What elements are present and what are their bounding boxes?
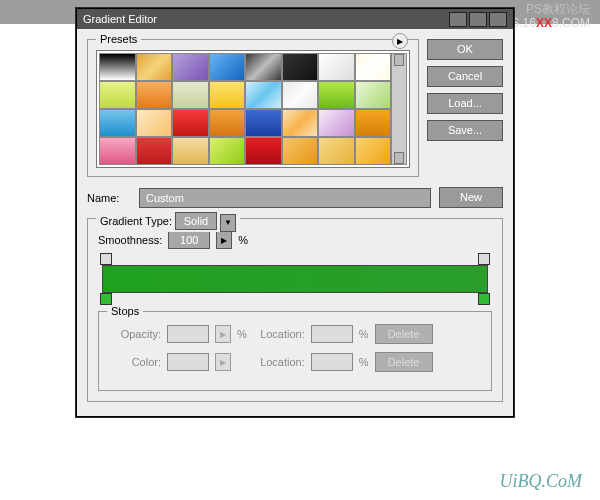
action-buttons: OK Cancel Load... Save... bbox=[427, 39, 503, 177]
color-label: Color: bbox=[109, 356, 161, 368]
chevron-down-icon[interactable]: ▼ bbox=[220, 214, 236, 232]
stops-label: Stops bbox=[107, 305, 143, 317]
presets-grid bbox=[99, 53, 391, 165]
watermark-cn: PS教程论坛 bbox=[526, 2, 590, 16]
name-input[interactable]: Custom bbox=[139, 188, 431, 208]
preset-swatch[interactable] bbox=[355, 109, 392, 137]
location-pct-2: % bbox=[359, 356, 369, 368]
preset-swatch[interactable] bbox=[209, 109, 246, 137]
location-label-2: Location: bbox=[253, 356, 305, 368]
opacity-stop-left[interactable] bbox=[100, 253, 112, 265]
gradient-bar[interactable] bbox=[102, 265, 488, 293]
titlebar-buttons bbox=[449, 12, 507, 27]
maximize-button[interactable] bbox=[469, 12, 487, 27]
opacity-stop-row: Opacity: ▶ % Location: % Delete bbox=[109, 324, 481, 344]
color-stop-row: Color: ▶ % Location: % Delete bbox=[109, 352, 481, 372]
preset-swatch[interactable] bbox=[318, 137, 355, 165]
location-pct-1: % bbox=[359, 328, 369, 340]
presets-menu-icon[interactable]: ▶ bbox=[392, 33, 408, 49]
smoothness-label: Smoothness: bbox=[98, 234, 162, 246]
preset-swatch[interactable] bbox=[99, 81, 136, 109]
preset-swatch[interactable] bbox=[136, 137, 173, 165]
smoothness-row: Smoothness: 100 ▶ % bbox=[98, 231, 492, 249]
gtype-row: Gradient Type: Solid ▼ bbox=[96, 212, 240, 232]
opacity-input[interactable] bbox=[167, 325, 209, 343]
color-stop-right[interactable] bbox=[478, 293, 490, 305]
new-button[interactable]: New bbox=[439, 187, 503, 208]
color-swatch[interactable] bbox=[167, 353, 209, 371]
preset-swatch[interactable] bbox=[99, 109, 136, 137]
swatch-container bbox=[96, 50, 410, 168]
titlebar[interactable]: Gradient Editor bbox=[77, 9, 513, 29]
preset-swatch[interactable] bbox=[245, 53, 282, 81]
preset-swatch[interactable] bbox=[209, 53, 246, 81]
preset-swatch[interactable] bbox=[136, 81, 173, 109]
presets-label: Presets bbox=[96, 33, 141, 45]
pct-label: % bbox=[238, 234, 248, 246]
preset-swatch[interactable] bbox=[172, 53, 209, 81]
preset-swatch[interactable] bbox=[318, 109, 355, 137]
delete-color-button: Delete bbox=[375, 352, 433, 372]
preset-swatch[interactable] bbox=[172, 109, 209, 137]
load-button[interactable]: Load... bbox=[427, 93, 503, 114]
color-arrow-icon: ▶ bbox=[215, 353, 231, 371]
opacity-stop-right[interactable] bbox=[478, 253, 490, 265]
color-location-input[interactable] bbox=[311, 353, 353, 371]
save-button[interactable]: Save... bbox=[427, 120, 503, 141]
preset-swatch[interactable] bbox=[99, 137, 136, 165]
preset-swatch[interactable] bbox=[136, 109, 173, 137]
opacity-arrow-icon: ▶ bbox=[215, 325, 231, 343]
name-label: Name: bbox=[87, 192, 131, 204]
presets-scrollbar[interactable] bbox=[391, 53, 407, 165]
minimize-button[interactable] bbox=[449, 12, 467, 27]
preset-swatch[interactable] bbox=[245, 109, 282, 137]
close-button[interactable] bbox=[489, 12, 507, 27]
preset-swatch[interactable] bbox=[99, 53, 136, 81]
dialog-title: Gradient Editor bbox=[83, 9, 157, 29]
gradient-editor-dialog: Gradient Editor Presets ▶ OK Cancel Load… bbox=[76, 8, 514, 417]
opacity-pct: % bbox=[237, 328, 247, 340]
preset-swatch[interactable] bbox=[245, 137, 282, 165]
gtype-label: Gradient Type: bbox=[100, 215, 172, 227]
ok-button[interactable]: OK bbox=[427, 39, 503, 60]
preset-swatch[interactable] bbox=[282, 137, 319, 165]
preset-swatch[interactable] bbox=[209, 137, 246, 165]
gradient-type-group: Gradient Type: Solid ▼ Smoothness: 100 ▶… bbox=[87, 218, 503, 402]
delete-opacity-button: Delete bbox=[375, 324, 433, 344]
preset-swatch[interactable] bbox=[282, 53, 319, 81]
opacity-label: Opacity: bbox=[109, 328, 161, 340]
preset-swatch[interactable] bbox=[318, 81, 355, 109]
preset-swatch[interactable] bbox=[318, 53, 355, 81]
preset-swatch[interactable] bbox=[209, 81, 246, 109]
gtype-select[interactable]: Solid bbox=[175, 212, 217, 230]
opacity-location-input[interactable] bbox=[311, 325, 353, 343]
preset-swatch[interactable] bbox=[282, 81, 319, 109]
preset-swatch[interactable] bbox=[282, 109, 319, 137]
preset-swatch[interactable] bbox=[355, 53, 392, 81]
color-stop-left[interactable] bbox=[100, 293, 112, 305]
preset-swatch[interactable] bbox=[355, 81, 392, 109]
preset-swatch[interactable] bbox=[172, 137, 209, 165]
gradient-preview[interactable] bbox=[102, 265, 488, 293]
name-row: Name: Custom New bbox=[87, 187, 503, 208]
location-label-1: Location: bbox=[253, 328, 305, 340]
smoothness-input[interactable]: 100 bbox=[168, 231, 210, 249]
preset-swatch[interactable] bbox=[136, 53, 173, 81]
stops-group: Stops Opacity: ▶ % Location: % Delete Co… bbox=[98, 311, 492, 391]
preset-swatch[interactable] bbox=[355, 137, 392, 165]
preset-swatch[interactable] bbox=[172, 81, 209, 109]
presets-group: Presets ▶ bbox=[87, 39, 419, 177]
watermark-bottom: UiBQ.CoM bbox=[500, 471, 583, 492]
smoothness-arrow-icon[interactable]: ▶ bbox=[216, 231, 232, 249]
cancel-button[interactable]: Cancel bbox=[427, 66, 503, 87]
preset-swatch[interactable] bbox=[245, 81, 282, 109]
